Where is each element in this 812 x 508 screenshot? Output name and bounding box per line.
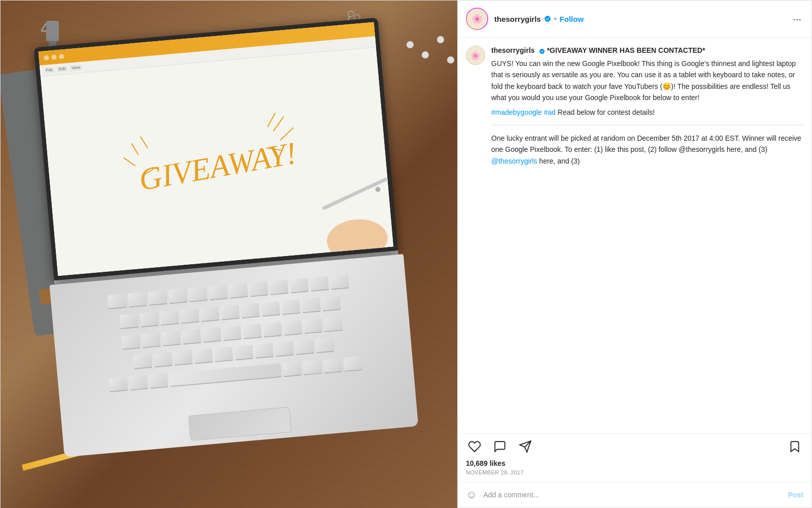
screen-dots [44, 54, 64, 60]
share-icon [519, 440, 532, 453]
key [275, 341, 294, 357]
post-image-panel: File Edit View [1, 1, 457, 508]
caption-hashtag-madebygoogle[interactable]: #madebygoogle [491, 108, 542, 116]
post-image: File Edit View [1, 1, 457, 508]
key [269, 279, 288, 295]
key [229, 283, 248, 299]
caption-body: GUYS! You can win the new Google Pixelbo… [491, 58, 803, 104]
svg-line-12 [271, 116, 286, 131]
like-button[interactable] [466, 438, 483, 455]
header-username[interactable]: thesorrygirls [494, 15, 541, 23]
key [108, 294, 127, 309]
pin-1 [407, 41, 414, 48]
comment-button[interactable] [491, 438, 509, 455]
caption-hashtag-suffix: Read below for contest details! [558, 108, 655, 116]
post-header: 🌸 thesorrygirls • Follow ··· [458, 1, 811, 38]
caption-contest-end: here, and (3) [539, 157, 580, 165]
key [140, 311, 159, 327]
key [109, 377, 128, 393]
laptop-screen: File Edit View [34, 18, 398, 281]
svg-point-4 [347, 10, 355, 18]
key [142, 332, 161, 348]
caption-avatar[interactable]: 🌸 [466, 46, 485, 65]
laptop: File Edit View [34, 16, 434, 463]
caption-hashtags: #madebygoogle #ad Read below for contest… [491, 107, 803, 118]
key [281, 299, 300, 315]
caption-winner-text: *GIVEAWAY WINNER HAS BEEN CONTACTED* [547, 46, 705, 54]
key [188, 287, 208, 302]
post-container: File Edit View [0, 0, 812, 508]
key [254, 343, 274, 359]
caption-divider [491, 125, 803, 125]
key [168, 289, 187, 304]
svg-line-13 [265, 113, 278, 127]
bookmark-button[interactable] [786, 438, 803, 455]
caption-username[interactable]: thesorrygirls [491, 46, 535, 54]
bookmark-icon [788, 440, 801, 453]
key [180, 308, 199, 324]
key [148, 290, 167, 306]
avatar: 🌸 [467, 9, 487, 28]
svg-rect-18 [322, 177, 388, 211]
key [289, 278, 309, 294]
key [283, 320, 302, 336]
key [121, 334, 141, 350]
toolbar-btn-1: File [44, 67, 55, 74]
comment-input[interactable] [483, 491, 782, 499]
post-comment-button[interactable]: Post [788, 491, 803, 499]
laptop-keyboard [49, 254, 418, 457]
key [330, 274, 349, 290]
key [301, 298, 321, 313]
key [315, 338, 334, 354]
caption-contest-text: One lucky entrant will be picked at rand… [491, 133, 803, 167]
caption-hashtag-ad[interactable]: #ad [544, 108, 556, 116]
dot-3 [59, 54, 64, 59]
key [322, 296, 341, 311]
caption-contest-body: One lucky entrant will be picked at rand… [491, 134, 801, 153]
key [149, 373, 168, 389]
svg-point-19 [375, 186, 381, 193]
key [127, 292, 147, 308]
svg-line-3 [41, 23, 46, 31]
follow-button[interactable]: Follow [560, 15, 584, 23]
toolbar-btn-2: Edit [56, 66, 68, 72]
key [295, 340, 314, 356]
keyboard-grid [66, 271, 400, 421]
key [174, 351, 193, 366]
svg-line-8 [123, 156, 135, 168]
pin-2 [422, 51, 429, 58]
header-verified-badge [544, 15, 551, 22]
key [209, 285, 228, 301]
svg-line-10 [141, 136, 148, 149]
avatar-wrapper[interactable]: 🌸 [466, 8, 488, 30]
key [241, 303, 260, 319]
info-panel: 🌸 thesorrygirls • Follow ··· [457, 1, 811, 507]
svg-text:GIVEAWAY!: GIVEAWAY! [137, 135, 299, 197]
key [182, 329, 201, 344]
caption-avatar-emoji: 🌸 [470, 51, 481, 60]
key [261, 301, 280, 317]
key [303, 318, 322, 334]
key [243, 324, 262, 339]
dot-2 [51, 54, 57, 60]
heart-icon [468, 440, 481, 453]
key [133, 354, 152, 370]
key [249, 281, 268, 297]
dot-1 [44, 55, 49, 60]
key [220, 305, 240, 321]
share-button[interactable] [517, 438, 534, 455]
touchpad [188, 407, 292, 441]
key [323, 316, 343, 332]
avatar-emoji: 🌸 [471, 13, 483, 24]
key [119, 313, 139, 329]
key [161, 331, 181, 346]
key [214, 347, 233, 363]
key [200, 306, 220, 322]
caption-link-sorrygirls[interactable]: @thesorrygirls [491, 157, 537, 165]
caption-area: 🌸 thesorrygirls *GIVEAWAY WINNER HAS BEE… [458, 38, 811, 433]
comment-area: ☺ Post [458, 482, 811, 507]
screen-main: GIVEAWAY! [41, 47, 394, 276]
more-options-button[interactable]: ··· [791, 13, 803, 25]
emoji-picker-button[interactable]: ☺ [466, 488, 477, 501]
caption-verified-badge [539, 47, 547, 54]
